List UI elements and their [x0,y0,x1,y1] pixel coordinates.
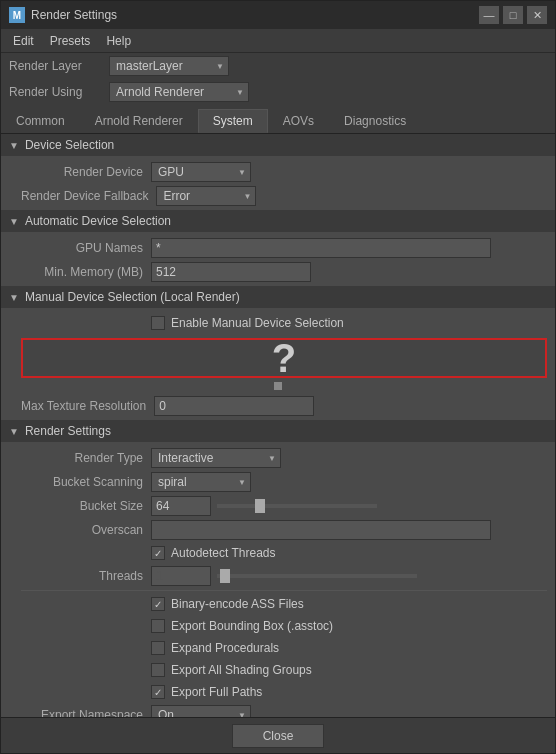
dropdown-arrow-icon: ▼ [216,62,224,71]
bucket-size-input[interactable] [151,496,211,516]
expand-procedurals-checkbox[interactable] [151,641,165,655]
bucket-size-slider[interactable] [217,504,377,508]
manual-collapse-icon[interactable]: ▼ [9,292,19,303]
bucket-scanning-dropdown[interactable]: spiral ▼ [151,472,251,492]
tab-arnold-renderer[interactable]: Arnold Renderer [80,109,198,133]
auto-device-header: ▼ Automatic Device Selection [1,210,555,232]
tab-diagnostics[interactable]: Diagnostics [329,109,421,133]
render-using-dropdown[interactable]: Arnold Renderer ▼ [109,82,249,102]
threads-controls [151,566,417,586]
auto-collapse-icon[interactable]: ▼ [9,216,19,227]
bottom-bar: Close [1,717,555,753]
window-title: Render Settings [31,8,479,22]
export-bounding-checkbox[interactable] [151,619,165,633]
render-layer-label: Render Layer [9,59,109,73]
render-device-label: Render Device [21,165,151,179]
threads-label: Threads [21,569,151,583]
enable-manual-row: Enable Manual Device Selection [1,312,555,334]
render-type-label: Render Type [21,451,151,465]
render-settings-collapse-icon[interactable]: ▼ [9,426,19,437]
tab-aovs[interactable]: AOVs [268,109,329,133]
threads-slider[interactable] [217,574,417,578]
bucket-size-row: Bucket Size [1,494,555,518]
minimize-button[interactable]: — [479,6,499,24]
device-selection-title: Device Selection [25,138,114,152]
render-using-label: Render Using [9,85,109,99]
manual-device-content: Enable Manual Device Selection ? Max Tex… [1,310,555,420]
render-type-row: Render Type Interactive ▼ [1,446,555,470]
min-memory-input[interactable] [151,262,311,282]
question-mark-icon: ? [272,338,296,378]
overscan-row: Overscan [1,518,555,542]
export-bounding-row: Export Bounding Box (.asstoc) [1,615,555,637]
autodetect-row: Autodetect Threads [1,542,555,564]
export-full-paths-checkbox[interactable] [151,685,165,699]
render-type-arrow-icon: ▼ [268,454,276,463]
render-settings-title: Render Settings [25,424,111,438]
manual-device-title: Manual Device Selection (Local Render) [25,290,240,304]
menu-help[interactable]: Help [98,29,139,53]
namespace-arrow-icon: ▼ [238,711,246,718]
export-shading-label: Export All Shading Groups [171,663,312,677]
overscan-label: Overscan [21,523,151,537]
min-memory-label: Min. Memory (MB) [21,265,151,279]
tab-system[interactable]: System [198,109,268,133]
expand-procedurals-row: Expand Procedurals [1,637,555,659]
max-texture-row: Max Texture Resolution [1,394,555,418]
expand-procedurals-label: Expand Procedurals [171,641,279,655]
gpu-names-label: GPU Names [21,241,151,255]
export-full-paths-row: Export Full Paths [1,681,555,703]
export-namespace-dropdown[interactable]: On ▼ [151,705,251,717]
export-bounding-label: Export Bounding Box (.asstoc) [171,619,333,633]
bucket-scanning-arrow-icon: ▼ [238,478,246,487]
collapse-icon[interactable]: ▼ [9,140,19,151]
content-area: ▼ Device Selection Render Device GPU ▼ R… [1,134,555,717]
title-bar: M Render Settings — □ ✕ [1,1,555,29]
export-shading-checkbox[interactable] [151,663,165,677]
render-device-arrow-icon: ▼ [238,168,246,177]
export-shading-row: Export All Shading Groups [1,659,555,681]
binary-encode-row: Binary-encode ASS Files [1,593,555,615]
export-namespace-row: Export Namespace On ▼ [1,703,555,717]
maximize-button[interactable]: □ [503,6,523,24]
device-selection-content: Render Device GPU ▼ Render Device Fallba… [1,158,555,210]
manual-device-selection-box[interactable]: ? [21,338,547,378]
bucket-size-label: Bucket Size [21,499,151,513]
render-layer-row: Render Layer masterLayer ▼ [1,53,555,79]
gpu-names-row: GPU Names [1,236,555,260]
bucket-size-controls [151,496,377,516]
gpu-names-input[interactable] [151,238,491,258]
handle-box [274,382,282,390]
tab-common[interactable]: Common [1,109,80,133]
threads-input[interactable] [151,566,211,586]
auto-device-content: GPU Names Min. Memory (MB) [1,234,555,286]
close-button[interactable]: Close [232,724,325,748]
title-controls: — □ ✕ [479,6,547,24]
auto-device-title: Automatic Device Selection [25,214,171,228]
binary-encode-label: Binary-encode ASS Files [171,597,304,611]
menu-presets[interactable]: Presets [42,29,99,53]
render-device-dropdown[interactable]: GPU ▼ [151,162,251,182]
menu-edit[interactable]: Edit [5,29,42,53]
render-device-fallback-label: Render Device Fallback [21,189,156,203]
separator1 [21,590,547,591]
binary-encode-checkbox[interactable] [151,597,165,611]
render-type-dropdown[interactable]: Interactive ▼ [151,448,281,468]
menu-bar: Edit Presets Help [1,29,555,53]
render-layer-dropdown[interactable]: masterLayer ▼ [109,56,229,76]
max-texture-input[interactable] [154,396,314,416]
autodetect-checkbox[interactable] [151,546,165,560]
min-memory-row: Min. Memory (MB) [1,260,555,284]
threads-row: Threads [1,564,555,588]
enable-manual-checkbox[interactable] [151,316,165,330]
autodetect-label: Autodetect Threads [171,546,276,560]
render-settings-content: Render Type Interactive ▼ Bucket Scannin… [1,444,555,717]
max-texture-label: Max Texture Resolution [21,399,154,413]
render-settings-window: M Render Settings — □ ✕ Edit Presets Hel… [0,0,556,754]
overscan-input[interactable] [151,520,491,540]
app-icon: M [9,7,25,23]
render-device-fallback-dropdown[interactable]: Error ▼ [156,186,256,206]
tabs-row: Common Arnold Renderer System AOVs Diagn… [1,105,555,134]
fallback-arrow-icon: ▼ [243,192,251,201]
close-window-button[interactable]: ✕ [527,6,547,24]
